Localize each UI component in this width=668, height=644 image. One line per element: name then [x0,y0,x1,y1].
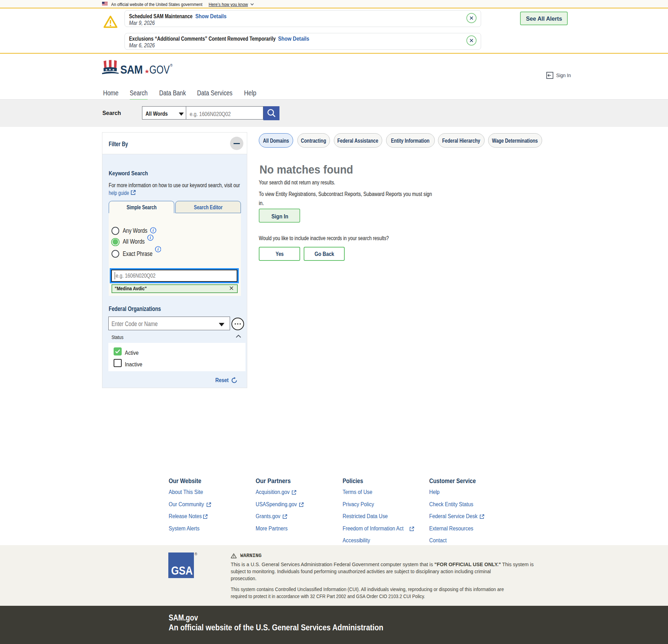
svg-text:i: i [157,247,159,252]
svg-text:i: i [150,235,151,240]
svg-text:★: ★ [109,68,112,71]
svg-text:i: i [153,228,154,233]
svg-text:★: ★ [105,68,108,72]
svg-text:★: ★ [112,68,115,72]
